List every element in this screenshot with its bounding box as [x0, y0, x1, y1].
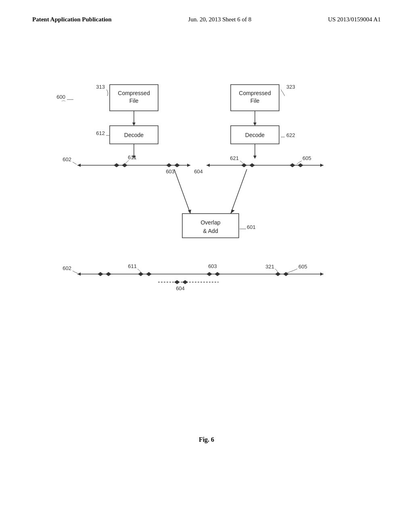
ref-602-1-arrow: [73, 162, 77, 164]
ref-604-2: 604: [176, 285, 185, 291]
diamond-611a: [114, 163, 119, 167]
ref-321: 321: [265, 264, 274, 270]
ref-602-1: 602: [63, 156, 71, 162]
overlap-add-box: [182, 214, 239, 238]
diamond-621b: [249, 163, 255, 167]
diamond-602c: [106, 272, 111, 276]
arrowhead-cf2-dec2: [253, 123, 257, 126]
ref-611-2-arrow: [138, 269, 141, 272]
compressed-file-label-1: Compressed: [118, 90, 150, 96]
ref-313-arrow: [106, 89, 108, 96]
header-date-sheet: Jun. 20, 2013 Sheet 6 of 8: [188, 16, 252, 23]
ref-323-arrow: [281, 89, 285, 96]
arrowhead-left-overlap: [188, 210, 191, 214]
compressed-file-label-2: Compressed: [239, 90, 271, 96]
overlap-add-label-2: & Add: [203, 228, 218, 234]
diamond-602-combined: [77, 272, 81, 276]
ref-602-2-arrow: [73, 271, 77, 273]
ref-611-1-arrow: [125, 160, 129, 164]
diamond-603a: [166, 163, 172, 167]
decode-label-1: Decode: [124, 132, 144, 138]
arrow-right-to-overlap: [231, 169, 247, 214]
diamond-621-start: [206, 164, 210, 167]
figure-caption: Fig. 6: [0, 436, 413, 443]
ref-612: 612: [96, 130, 105, 136]
decode-label-2: Decode: [245, 132, 265, 138]
ref-604-1: 604: [194, 168, 203, 175]
diamond-611b: [122, 163, 127, 167]
diamond-605b: [298, 163, 303, 167]
ref-605-1-arrow: [297, 161, 302, 164]
diamond-602b: [98, 272, 103, 276]
overlap-add-label-1: Overlap: [200, 219, 220, 226]
ref-611-1: 611: [128, 154, 137, 160]
compressed-file-label-1b: File: [129, 98, 139, 104]
ref-321-arrow: [275, 269, 278, 273]
ref-605-2: 605: [298, 264, 307, 270]
diamond-602: [77, 164, 81, 167]
diamond-605-bot-a: [275, 272, 281, 276]
diamond-621a: [241, 163, 247, 167]
ref-603-2: 603: [208, 263, 217, 269]
header-patent-num: US 2013/0159004 A1: [328, 16, 381, 23]
ref-600-tilde: ⌒: [61, 100, 66, 106]
ref-323: 323: [286, 84, 295, 90]
ref-601: 601: [247, 224, 256, 230]
ref-603-1: 603: [166, 168, 175, 175]
arrowhead-right-2: [320, 164, 323, 167]
ref-611-2: 611: [128, 263, 137, 269]
ref-605-1: 605: [302, 155, 311, 161]
ref-605-2-arrow: [287, 269, 297, 273]
arrowhead-right-1: [187, 164, 190, 167]
ref-621: 621: [230, 155, 239, 161]
arrow-left-to-overlap: [174, 169, 190, 214]
diamond-605a: [290, 163, 295, 167]
header-title: Patent Application Publication: [32, 16, 112, 23]
diagram-container: Compressed File 313 600 ⌒ Decode 612: [0, 81, 413, 411]
arrowhead-combined-right: [320, 272, 323, 276]
diamond-611-bot-b: [146, 272, 152, 276]
compressed-file-label-2b: File: [250, 98, 260, 104]
ref-600: 600: [56, 94, 65, 100]
ref-621-arrow: [240, 161, 244, 164]
ref-602-2: 602: [63, 265, 71, 271]
diamond-604a: [174, 280, 180, 284]
diamond-603b: [174, 163, 180, 167]
patent-diagram: Compressed File 313 600 ⌒ Decode 612: [33, 81, 380, 411]
arrowhead-right-overlap: [231, 210, 235, 214]
diamond-611-bot-a: [138, 272, 144, 276]
diamond-604b: [182, 280, 188, 284]
arrowhead-dec2: [253, 156, 257, 159]
diamond-603-bot-a: [206, 272, 212, 276]
ref-622: 622: [286, 132, 295, 138]
page-header: Patent Application Publication Jun. 20, …: [32, 16, 381, 23]
diamond-603-bot-b: [215, 272, 220, 276]
ref-313: 313: [96, 84, 105, 90]
arrowhead-cf1-dec1: [132, 123, 136, 126]
